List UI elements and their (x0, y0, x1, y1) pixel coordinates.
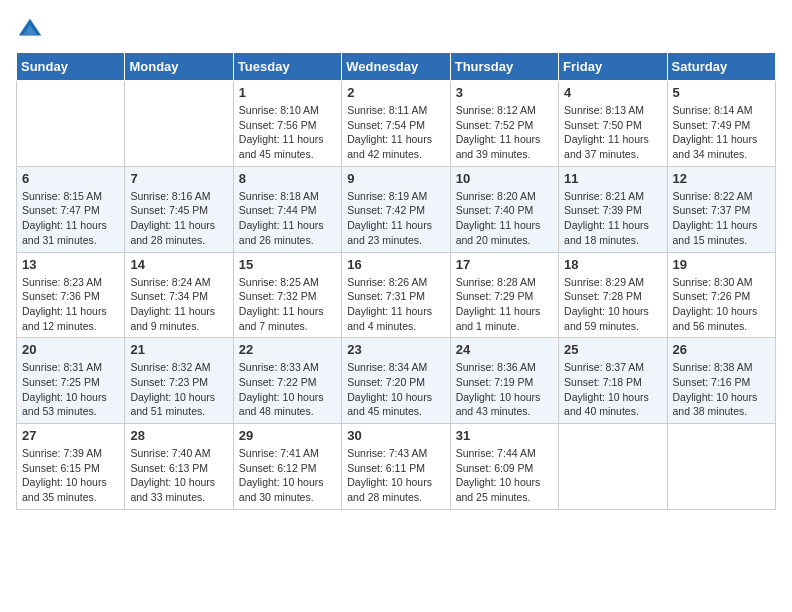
calendar-cell: 30Sunrise: 7:43 AM Sunset: 6:11 PM Dayli… (342, 424, 450, 510)
day-info: Sunrise: 8:26 AM Sunset: 7:31 PM Dayligh… (347, 275, 444, 334)
day-info: Sunrise: 8:24 AM Sunset: 7:34 PM Dayligh… (130, 275, 227, 334)
day-number: 22 (239, 342, 336, 357)
day-info: Sunrise: 8:21 AM Sunset: 7:39 PM Dayligh… (564, 189, 661, 248)
day-number: 27 (22, 428, 119, 443)
day-info: Sunrise: 7:41 AM Sunset: 6:12 PM Dayligh… (239, 446, 336, 505)
calendar-week-row: 20Sunrise: 8:31 AM Sunset: 7:25 PM Dayli… (17, 338, 776, 424)
calendar-header-cell: Saturday (667, 53, 775, 81)
logo-icon (16, 16, 44, 44)
calendar-cell: 17Sunrise: 8:28 AM Sunset: 7:29 PM Dayli… (450, 252, 558, 338)
day-info: Sunrise: 8:11 AM Sunset: 7:54 PM Dayligh… (347, 103, 444, 162)
calendar-cell: 2Sunrise: 8:11 AM Sunset: 7:54 PM Daylig… (342, 81, 450, 167)
day-info: Sunrise: 8:13 AM Sunset: 7:50 PM Dayligh… (564, 103, 661, 162)
day-number: 13 (22, 257, 119, 272)
day-number: 3 (456, 85, 553, 100)
calendar-cell: 10Sunrise: 8:20 AM Sunset: 7:40 PM Dayli… (450, 166, 558, 252)
calendar-week-row: 6Sunrise: 8:15 AM Sunset: 7:47 PM Daylig… (17, 166, 776, 252)
day-number: 19 (673, 257, 770, 272)
day-info: Sunrise: 8:12 AM Sunset: 7:52 PM Dayligh… (456, 103, 553, 162)
calendar-cell: 18Sunrise: 8:29 AM Sunset: 7:28 PM Dayli… (559, 252, 667, 338)
day-info: Sunrise: 7:44 AM Sunset: 6:09 PM Dayligh… (456, 446, 553, 505)
day-number: 25 (564, 342, 661, 357)
day-number: 1 (239, 85, 336, 100)
day-number: 9 (347, 171, 444, 186)
day-number: 7 (130, 171, 227, 186)
calendar-cell (559, 424, 667, 510)
day-info: Sunrise: 8:34 AM Sunset: 7:20 PM Dayligh… (347, 360, 444, 419)
calendar-table: SundayMondayTuesdayWednesdayThursdayFrid… (16, 52, 776, 510)
calendar-header-cell: Thursday (450, 53, 558, 81)
calendar-cell: 24Sunrise: 8:36 AM Sunset: 7:19 PM Dayli… (450, 338, 558, 424)
day-number: 31 (456, 428, 553, 443)
day-info: Sunrise: 8:23 AM Sunset: 7:36 PM Dayligh… (22, 275, 119, 334)
calendar-cell: 25Sunrise: 8:37 AM Sunset: 7:18 PM Dayli… (559, 338, 667, 424)
calendar-cell: 14Sunrise: 8:24 AM Sunset: 7:34 PM Dayli… (125, 252, 233, 338)
day-info: Sunrise: 8:20 AM Sunset: 7:40 PM Dayligh… (456, 189, 553, 248)
calendar-header-cell: Sunday (17, 53, 125, 81)
day-info: Sunrise: 8:32 AM Sunset: 7:23 PM Dayligh… (130, 360, 227, 419)
calendar-cell: 23Sunrise: 8:34 AM Sunset: 7:20 PM Dayli… (342, 338, 450, 424)
day-info: Sunrise: 8:18 AM Sunset: 7:44 PM Dayligh… (239, 189, 336, 248)
day-info: Sunrise: 8:28 AM Sunset: 7:29 PM Dayligh… (456, 275, 553, 334)
calendar-cell: 5Sunrise: 8:14 AM Sunset: 7:49 PM Daylig… (667, 81, 775, 167)
day-number: 5 (673, 85, 770, 100)
day-info: Sunrise: 8:37 AM Sunset: 7:18 PM Dayligh… (564, 360, 661, 419)
day-info: Sunrise: 8:30 AM Sunset: 7:26 PM Dayligh… (673, 275, 770, 334)
day-info: Sunrise: 8:33 AM Sunset: 7:22 PM Dayligh… (239, 360, 336, 419)
calendar-cell: 12Sunrise: 8:22 AM Sunset: 7:37 PM Dayli… (667, 166, 775, 252)
day-number: 14 (130, 257, 227, 272)
day-number: 23 (347, 342, 444, 357)
day-info: Sunrise: 8:15 AM Sunset: 7:47 PM Dayligh… (22, 189, 119, 248)
calendar-cell: 8Sunrise: 8:18 AM Sunset: 7:44 PM Daylig… (233, 166, 341, 252)
day-number: 26 (673, 342, 770, 357)
calendar-cell: 29Sunrise: 7:41 AM Sunset: 6:12 PM Dayli… (233, 424, 341, 510)
calendar-header-cell: Monday (125, 53, 233, 81)
day-number: 12 (673, 171, 770, 186)
day-info: Sunrise: 8:38 AM Sunset: 7:16 PM Dayligh… (673, 360, 770, 419)
calendar-header-cell: Wednesday (342, 53, 450, 81)
calendar-header-row: SundayMondayTuesdayWednesdayThursdayFrid… (17, 53, 776, 81)
calendar-cell (17, 81, 125, 167)
day-number: 4 (564, 85, 661, 100)
calendar-cell: 3Sunrise: 8:12 AM Sunset: 7:52 PM Daylig… (450, 81, 558, 167)
day-info: Sunrise: 7:40 AM Sunset: 6:13 PM Dayligh… (130, 446, 227, 505)
day-info: Sunrise: 8:19 AM Sunset: 7:42 PM Dayligh… (347, 189, 444, 248)
calendar-cell: 19Sunrise: 8:30 AM Sunset: 7:26 PM Dayli… (667, 252, 775, 338)
calendar-cell: 28Sunrise: 7:40 AM Sunset: 6:13 PM Dayli… (125, 424, 233, 510)
calendar-cell: 31Sunrise: 7:44 AM Sunset: 6:09 PM Dayli… (450, 424, 558, 510)
day-info: Sunrise: 7:43 AM Sunset: 6:11 PM Dayligh… (347, 446, 444, 505)
calendar-cell (125, 81, 233, 167)
day-info: Sunrise: 7:39 AM Sunset: 6:15 PM Dayligh… (22, 446, 119, 505)
day-number: 6 (22, 171, 119, 186)
day-info: Sunrise: 8:14 AM Sunset: 7:49 PM Dayligh… (673, 103, 770, 162)
day-info: Sunrise: 8:29 AM Sunset: 7:28 PM Dayligh… (564, 275, 661, 334)
day-number: 10 (456, 171, 553, 186)
day-number: 29 (239, 428, 336, 443)
day-number: 21 (130, 342, 227, 357)
calendar-cell: 27Sunrise: 7:39 AM Sunset: 6:15 PM Dayli… (17, 424, 125, 510)
calendar-cell: 6Sunrise: 8:15 AM Sunset: 7:47 PM Daylig… (17, 166, 125, 252)
calendar-cell: 9Sunrise: 8:19 AM Sunset: 7:42 PM Daylig… (342, 166, 450, 252)
day-info: Sunrise: 8:10 AM Sunset: 7:56 PM Dayligh… (239, 103, 336, 162)
calendar-week-row: 27Sunrise: 7:39 AM Sunset: 6:15 PM Dayli… (17, 424, 776, 510)
day-number: 8 (239, 171, 336, 186)
calendar-cell: 20Sunrise: 8:31 AM Sunset: 7:25 PM Dayli… (17, 338, 125, 424)
calendar-cell: 15Sunrise: 8:25 AM Sunset: 7:32 PM Dayli… (233, 252, 341, 338)
calendar-cell: 22Sunrise: 8:33 AM Sunset: 7:22 PM Dayli… (233, 338, 341, 424)
page-header (16, 16, 776, 44)
day-info: Sunrise: 8:16 AM Sunset: 7:45 PM Dayligh… (130, 189, 227, 248)
calendar-cell: 26Sunrise: 8:38 AM Sunset: 7:16 PM Dayli… (667, 338, 775, 424)
calendar-cell: 1Sunrise: 8:10 AM Sunset: 7:56 PM Daylig… (233, 81, 341, 167)
calendar-week-row: 1Sunrise: 8:10 AM Sunset: 7:56 PM Daylig… (17, 81, 776, 167)
day-number: 2 (347, 85, 444, 100)
calendar-cell: 21Sunrise: 8:32 AM Sunset: 7:23 PM Dayli… (125, 338, 233, 424)
calendar-header-cell: Tuesday (233, 53, 341, 81)
day-number: 18 (564, 257, 661, 272)
calendar-week-row: 13Sunrise: 8:23 AM Sunset: 7:36 PM Dayli… (17, 252, 776, 338)
calendar-cell: 11Sunrise: 8:21 AM Sunset: 7:39 PM Dayli… (559, 166, 667, 252)
calendar-header-cell: Friday (559, 53, 667, 81)
day-number: 17 (456, 257, 553, 272)
day-number: 30 (347, 428, 444, 443)
calendar-cell: 7Sunrise: 8:16 AM Sunset: 7:45 PM Daylig… (125, 166, 233, 252)
logo (16, 16, 48, 44)
